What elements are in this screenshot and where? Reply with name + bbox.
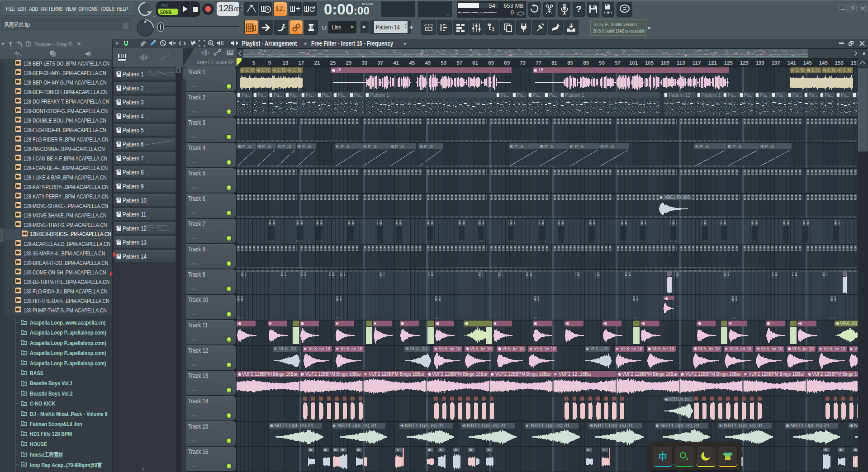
svg-text:57: 57 — [456, 60, 462, 66]
svg-text:VES..ter 18: VES..ter 18 — [621, 346, 642, 351]
svg-text:17: 17 — [299, 60, 304, 66]
svg-text:VES..ter 18: VES..ter 18 — [308, 346, 330, 351]
svg-text:113: 113 — [677, 60, 685, 66]
svg-text:P .6: P .6 — [545, 144, 554, 149]
svg-text:33: 33 — [361, 60, 367, 66]
svg-text:Pa..: Pa.. — [728, 92, 736, 98]
svg-text:P .6: P .6 — [395, 144, 404, 149]
svg-text:Pa..: Pa.. — [274, 92, 282, 98]
svg-text:VFX..g 20: VFX..g 20 — [590, 346, 608, 351]
svg-text:53: 53 — [441, 60, 446, 66]
svg-text:137: 137 — [772, 60, 780, 66]
svg-text:49: 49 — [425, 60, 431, 66]
svg-text:P .6: P .6 — [368, 144, 377, 149]
svg-text:VUF2 128BPM Bingo 16Bar: VUF2 128BPM Bingo 16Bar — [369, 371, 424, 377]
svg-text:21: 21 — [314, 60, 320, 66]
svg-text:Pa..: Pa.. — [760, 92, 768, 98]
svg-text:P .6: P .6 — [302, 144, 311, 149]
svg-text:Pa..: Pa.. — [792, 92, 801, 98]
svg-text:Pa..: Pa.. — [306, 92, 314, 98]
svg-text:VES..ter 18: VES..ter 18 — [824, 346, 845, 351]
svg-text:Pa..: Pa.. — [501, 92, 509, 98]
svg-text:77: 77 — [536, 60, 541, 66]
svg-text:P .6: P .6 — [732, 144, 741, 149]
svg-text:NBT1 Upl..rs) 31: NBT1 Upl..rs) 31 — [337, 423, 377, 428]
svg-text:VES..ter 18: VES..ter 18 — [792, 346, 814, 351]
svg-text:1. N: 1. N — [796, 68, 804, 73]
svg-text:Pa..: Pa.. — [776, 92, 785, 98]
svg-text:105: 105 — [645, 60, 654, 66]
svg-text:1. N: 1. N — [261, 68, 270, 73]
svg-text:Pa..: Pa.. — [517, 92, 526, 98]
svg-text:NBT1 Upl..rs) 31: NBT1 Upl..rs) 31 — [790, 423, 830, 428]
svg-text:VES..ter 18: VES..ter 18 — [502, 346, 524, 351]
svg-text:人声: 人声 — [538, 67, 543, 73]
svg-text:Pattern 1: Pattern 1 — [565, 92, 584, 98]
svg-text:VES..ter 18: VES..ter 18 — [652, 346, 674, 351]
svg-text:45: 45 — [409, 60, 415, 66]
svg-text:VES..ter 18: VES..ter 18 — [730, 346, 751, 351]
svg-text:NBT1 Upl..rs) 31: NBT1 Upl..rs) 31 — [405, 423, 444, 428]
svg-text:Pa..: Pa.. — [242, 92, 250, 98]
svg-text:P .6: P .6 — [765, 144, 774, 149]
svg-text:93: 93 — [599, 60, 605, 66]
svg-text:P .6: P .6 — [700, 144, 709, 149]
svg-text:Pa..: Pa.. — [549, 92, 558, 98]
svg-text:VES..ter 18: VES..ter 18 — [761, 346, 783, 351]
svg-text:117: 117 — [693, 60, 701, 66]
svg-text:Pa..: Pa.. — [533, 92, 541, 98]
svg-text:P .6: P .6 — [242, 144, 251, 149]
svg-text:89: 89 — [583, 60, 589, 66]
svg-text:Pa..: Pa.. — [354, 92, 363, 98]
svg-text:P .6: P .6 — [341, 144, 350, 149]
svg-text:141: 141 — [787, 60, 797, 66]
svg-text:9: 9 — [268, 60, 271, 66]
svg-text:NBT1 Upl..rs) 31: NBT1 Upl..rs) 31 — [594, 423, 633, 428]
svg-text:Pa..: Pa.. — [258, 92, 266, 98]
svg-text:133: 133 — [756, 60, 764, 66]
svg-text:VFX..20: VFX..20 — [410, 346, 427, 351]
svg-text:65: 65 — [488, 60, 494, 66]
svg-text:VUF2 12..16Ba: VUF2 12..16Ba — [559, 371, 591, 377]
svg-text:69: 69 — [504, 60, 510, 66]
svg-text:1. N: 1. N — [827, 68, 835, 73]
svg-text:VUF2 128BPM Bingo 16Bar: VUF2 128BPM Bingo 16Bar — [495, 371, 551, 377]
svg-text:61: 61 — [472, 60, 478, 66]
svg-text:VUF2 128BPM Bingo 16Bar: VUF2 128BPM Bingo 16Bar — [685, 371, 741, 377]
svg-text:29: 29 — [346, 60, 352, 66]
svg-text:VUF2 128BPM Bingo 16Bar: VUF2 128BPM Bingo 16Bar — [432, 371, 488, 377]
svg-text:VES..ter 18: VES..ter 18 — [341, 346, 362, 351]
svg-text:VUF2 128BPM Bingo 16Bar: VUF2 128BPM Bingo 16Bar — [749, 371, 804, 377]
svg-text:NBT1 Upl..rs) 31: NBT1 Upl..rs) 31 — [531, 423, 570, 428]
svg-text:VFX..20: VFX..20 — [840, 321, 857, 326]
svg-text:5: 5 — [252, 60, 256, 66]
svg-text:NBT1 Upl..rs) 31: NBT1 Upl..rs) 31 — [274, 423, 313, 428]
svg-text:109: 109 — [661, 60, 669, 66]
svg-text:81: 81 — [551, 60, 557, 66]
svg-text:VUF2 128BPM Bingo 16Bar: VUF2 128BPM Bingo 16Bar — [622, 371, 678, 377]
svg-text:1. N: 1. N — [246, 68, 254, 73]
svg-text:1. N: 1. N — [277, 68, 285, 73]
svg-text:149: 149 — [819, 60, 828, 66]
svg-text:101: 101 — [629, 60, 638, 66]
svg-text:121: 121 — [708, 60, 717, 66]
svg-text:1. N: 1. N — [293, 68, 301, 73]
svg-text:Pa..: Pa.. — [322, 92, 331, 98]
svg-text:VFX..20: VFX..20 — [279, 346, 296, 351]
svg-text:125: 125 — [724, 60, 733, 66]
svg-text:VES..ter 18: VES..ter 18 — [439, 346, 460, 351]
svg-text:P .6: P .6 — [605, 144, 614, 149]
svg-text:85: 85 — [567, 60, 573, 66]
svg-text:NBT1 Upl..rs) 31: NBT1 Upl..rs) 31 — [660, 423, 700, 428]
svg-text:41: 41 — [393, 60, 399, 66]
svg-text:VUF2 128BPM Bingo 16Bar: VUF2 128BPM Bingo 16Bar — [305, 371, 361, 377]
svg-text:Pa..: Pa.. — [841, 92, 849, 98]
svg-text:P .6: P .6 — [514, 144, 523, 149]
svg-text:Pa..: Pa.. — [338, 92, 346, 98]
svg-text:VES..ter 18: VES..ter 18 — [534, 346, 555, 351]
svg-text:P .6: P .6 — [575, 144, 584, 149]
svg-text:人声: 人声 — [336, 67, 341, 73]
svg-text:NBT1 Upl..rs) 31: NBT1 Upl..rs) 31 — [467, 423, 506, 428]
svg-text:P .6: P .6 — [262, 144, 271, 149]
svg-text:Pa..: Pa.. — [825, 92, 833, 98]
